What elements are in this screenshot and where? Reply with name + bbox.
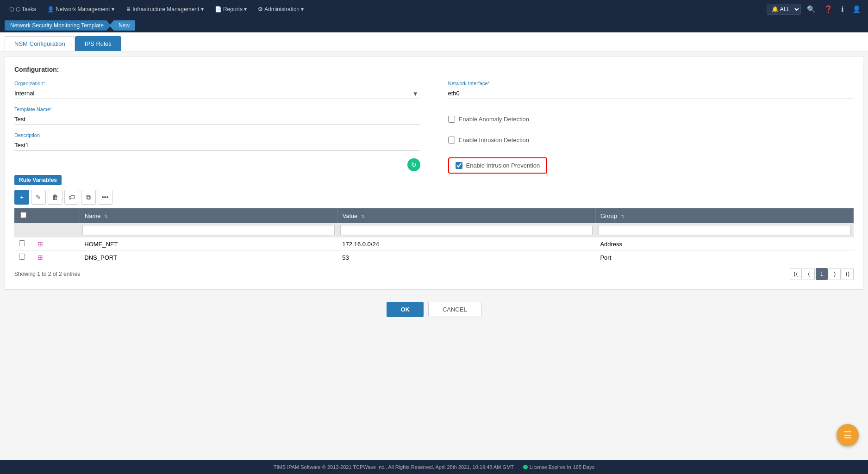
refresh-row: ↻ [14, 158, 420, 171]
select-all-checkbox[interactable] [20, 212, 26, 218]
license-info: License Expires In 165 Days [523, 464, 594, 470]
row2-value-cell: 53 [337, 251, 595, 264]
pagination-showing-text: Showing 1 to 2 of 2 entries [14, 271, 80, 277]
nav-network-mgmt[interactable]: 👤 Network Management ▾ [43, 3, 119, 15]
tag-button[interactable]: 🏷 [64, 190, 79, 205]
breadcrumb-parent[interactable]: Network Security Monitoring Template [5, 20, 111, 31]
filter-group-cell [595, 223, 853, 237]
table-filter-row [14, 223, 854, 237]
action-buttons-area: OK CANCEL [0, 294, 868, 324]
organization-select[interactable]: Internal External [14, 88, 420, 99]
anomaly-detection-group: Enable Anomaly Detection [448, 116, 854, 123]
row1-icon-cell: ⊞ [33, 237, 80, 251]
license-label: License Expires In [530, 464, 571, 470]
row2-checkbox[interactable] [19, 254, 25, 260]
pagination-last-button[interactable]: ⟩⟩ [842, 268, 854, 280]
intrusion-detection-label: Enable Intrusion Detection [459, 137, 529, 143]
pagination-row: Showing 1 to 2 of 2 entries ⟨⟨ ⟨ 1 ⟩ ⟩⟩ [14, 268, 854, 280]
header-name-col: Name ⇅ [80, 208, 337, 223]
header-group-col: Group ⇅ [595, 208, 853, 223]
pagination-prev-button[interactable]: ⟨ [803, 268, 815, 280]
refresh-button[interactable]: ↻ [407, 158, 420, 171]
group-sort-icon[interactable]: ⇅ [621, 214, 624, 219]
nav-administration[interactable]: ⚙ Administration ▾ [253, 3, 308, 15]
template-name-label: Template Name* [14, 106, 420, 112]
template-name-field-group: Template Name* [14, 106, 420, 125]
license-days: 165 Days [573, 464, 594, 470]
row1-checkbox[interactable] [19, 240, 25, 246]
pagination-buttons: ⟨⟨ ⟨ 1 ⟩ ⟩⟩ [790, 268, 854, 280]
rule-variables-header: Rule Variables [14, 175, 854, 185]
help-icon[interactable]: ❓ [822, 4, 835, 14]
pagination-first-button[interactable]: ⟨⟨ [790, 268, 802, 280]
row1-name-cell: HOME_NET [80, 237, 337, 251]
organization-select-wrapper: Internal External ▼ [14, 88, 420, 99]
value-filter-input[interactable] [340, 225, 593, 235]
intrusion-detection-checkbox[interactable] [448, 137, 455, 143]
table-row: ⊞ HOME_NET 172.16.0.0/24 Address [14, 237, 854, 251]
intrusion-prevention-highlighted: Enable Intrusion Prevention [448, 157, 548, 174]
table-row: ⊞ DNS_PORT 53 Port [14, 251, 854, 264]
add-button[interactable]: + [14, 190, 29, 205]
delete-button[interactable]: 🗑 [48, 190, 62, 205]
nav-tasks[interactable]: ⬡ ⬡ Tasks [5, 3, 41, 15]
intrusion-prevention-checkbox[interactable] [456, 162, 462, 169]
ok-button[interactable]: OK [387, 302, 424, 317]
scope-selector[interactable]: 🔔 ALL [767, 4, 801, 15]
pagination-next-button[interactable]: ⟩ [829, 268, 841, 280]
description-field-group: Description [14, 132, 420, 151]
rule-variables-table: Name ⇅ Value ⇅ Group ⇅ [14, 208, 854, 264]
toolbar: + ✎ 🗑 🏷 ⧉ ••• [14, 190, 854, 205]
copy-button[interactable]: ⧉ [81, 190, 96, 205]
more-button[interactable]: ••• [98, 190, 112, 205]
header-value-col: Value ⇅ [337, 208, 595, 223]
intrusion-detection-group: Enable Intrusion Detection [448, 137, 854, 143]
form-left: Organization* Internal External ▼ Templa… [14, 81, 420, 175]
row1-checkbox-cell [14, 237, 33, 251]
description-input[interactable] [14, 140, 420, 151]
user-icon[interactable]: 👤 [850, 4, 863, 14]
row1-grid-icon: ⊞ [37, 240, 43, 248]
info-icon[interactable]: ℹ [839, 4, 846, 14]
filter-icon-cell [33, 223, 80, 237]
pagination-page-1-button[interactable]: 1 [816, 268, 828, 280]
row2-grid-icon: ⊞ [37, 254, 43, 261]
anomaly-detection-checkbox[interactable] [448, 116, 455, 123]
row2-name-cell: DNS_PORT [80, 251, 337, 264]
nav-infra-mgmt[interactable]: 🖥 Infrastructure Management ▾ [121, 3, 208, 15]
table-header-row: Name ⇅ Value ⇅ Group ⇅ [14, 208, 854, 223]
cancel-button[interactable]: CANCEL [428, 302, 481, 317]
form-area: Configuration: Organization* Internal Ex… [5, 56, 863, 290]
network-interface-label: Network Interface* [448, 81, 854, 86]
tab-ips-rules[interactable]: IPS Rules [75, 36, 121, 51]
fab-menu-button[interactable]: ☰ [837, 424, 859, 446]
tabs-bar: NSM Configuration IPS Rules [0, 32, 868, 51]
template-name-input[interactable] [14, 114, 420, 125]
search-icon[interactable]: 🔍 [805, 4, 818, 14]
form-right: Network Interface* Enable Anomaly Detect… [448, 81, 854, 175]
name-sort-icon[interactable]: ⇅ [104, 214, 108, 219]
breadcrumb-bar: Network Security Monitoring Template New [0, 19, 868, 32]
configuration-label: Configuration: [14, 66, 854, 73]
organization-field-group: Organization* Internal External ▼ [14, 81, 420, 99]
tab-nsm-configuration[interactable]: NSM Configuration [5, 36, 75, 51]
edit-button[interactable]: ✎ [31, 190, 46, 205]
filter-checkbox-cell [14, 223, 33, 237]
row1-value-cell: 172.16.0.0/24 [337, 237, 595, 251]
network-interface-input[interactable] [448, 88, 854, 99]
anomaly-detection-label: Enable Anomaly Detection [459, 116, 529, 123]
main-content: NSM Configuration IPS Rules Configuratio… [0, 32, 868, 460]
nav-reports[interactable]: 📄 Reports ▾ [210, 3, 252, 15]
name-filter-input[interactable] [82, 225, 335, 235]
header-icon-col [33, 208, 80, 223]
footer-bar: TIMS IPAM Software © 2013-2021 TCPWave I… [0, 460, 868, 474]
intrusion-prevention-label: Enable Intrusion Prevention [466, 162, 540, 169]
network-interface-field-group: Network Interface* [448, 81, 854, 99]
organization-label: Organization* [14, 81, 420, 86]
row2-group-cell: Port [595, 251, 853, 264]
value-sort-icon[interactable]: ⇅ [361, 214, 365, 219]
group-filter-input[interactable] [598, 225, 850, 235]
row2-checkbox-cell [14, 251, 33, 264]
rule-variables-badge: Rule Variables [14, 175, 62, 185]
filter-name-cell [80, 223, 337, 237]
